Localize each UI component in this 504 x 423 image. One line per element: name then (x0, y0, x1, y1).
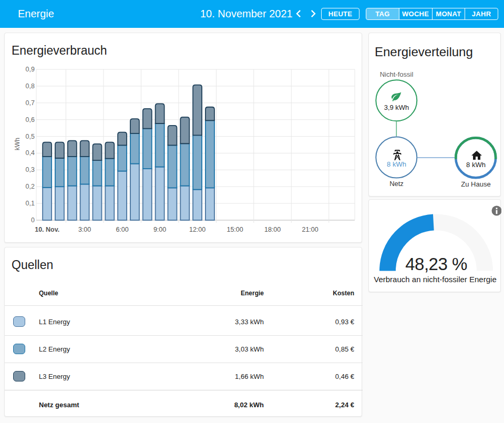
svg-text:3:00: 3:00 (78, 226, 91, 233)
svg-text:0,5: 0,5 (26, 133, 35, 140)
svg-text:15:00: 15:00 (227, 226, 243, 233)
svg-text:0,4: 0,4 (26, 149, 35, 157)
svg-text:0,6: 0,6 (26, 116, 35, 123)
svg-text:0: 0 (31, 216, 35, 224)
svg-text:0,9: 0,9 (26, 66, 35, 73)
svg-text:0,8: 0,8 (26, 82, 35, 90)
svg-text:kWh: kWh (14, 138, 21, 150)
svg-text:0,7: 0,7 (26, 99, 35, 107)
svg-text:9:00: 9:00 (153, 226, 166, 233)
svg-text:21:00: 21:00 (302, 226, 318, 233)
svg-text:0,1: 0,1 (26, 200, 35, 207)
svg-text:18:00: 18:00 (264, 226, 281, 233)
svg-text:6:00: 6:00 (116, 226, 128, 233)
svg-text:0,3: 0,3 (26, 166, 35, 173)
svg-text:12:00: 12:00 (189, 226, 205, 233)
svg-text:10. Nov.: 10. Nov. (35, 226, 59, 233)
svg-text:0,2: 0,2 (26, 183, 35, 190)
